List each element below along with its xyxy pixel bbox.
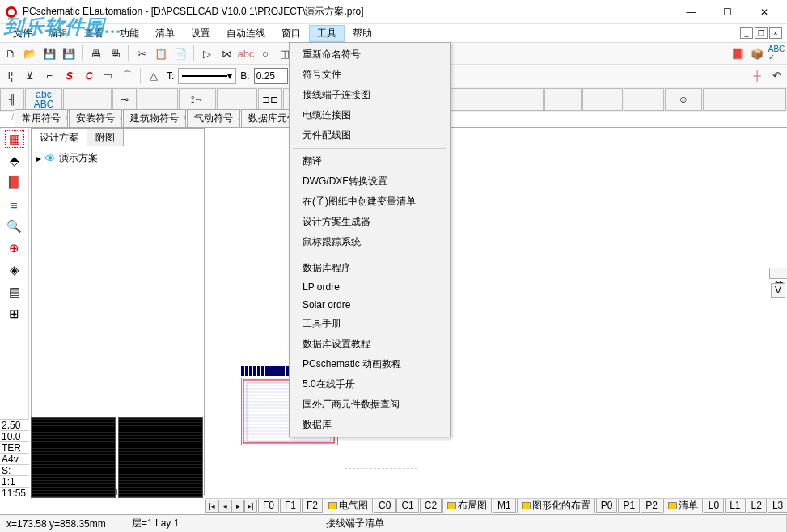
prop-cell-fill[interactable] (703, 88, 786, 111)
prop-cell-14[interactable] (624, 88, 664, 111)
package-icon[interactable]: 📦 (748, 44, 766, 62)
sheet-tab[interactable]: 图形化的布置 (517, 498, 595, 513)
menu-view[interactable]: 查看 (76, 25, 112, 42)
menu-file[interactable]: 文件 (5, 25, 40, 42)
menu-list[interactable]: 清单 (147, 25, 183, 42)
menu-terminal-connection[interactable]: 接线端子连接图 (291, 85, 448, 105)
prop-pin-icon[interactable]: ⊸ (112, 88, 137, 111)
sheet-tab[interactable]: L3 (768, 499, 787, 513)
maximize-button[interactable]: ☐ (709, 1, 746, 23)
right-tab-list[interactable]: 清单 (769, 268, 788, 279)
list-icon[interactable]: ≡ (5, 196, 24, 213)
paste-icon[interactable]: 📄 (171, 44, 189, 62)
new-icon[interactable]: 🗋 (2, 44, 19, 62)
sheet-tab[interactable]: 布局图 (442, 498, 492, 513)
save-icon[interactable]: 💾 (40, 44, 58, 62)
sheet-tab[interactable]: P1 (618, 499, 640, 513)
book2-icon[interactable]: 📕 (5, 174, 24, 192)
menu-window[interactable]: 窗口 (273, 25, 309, 42)
menu-foreign-data[interactable]: 国外厂商元件数据查阅 (291, 395, 448, 415)
tab-pneumatic[interactable]: 气动符号 (187, 109, 240, 127)
menu-mouse-tracking[interactable]: 鼠标跟踪系统 (291, 232, 448, 252)
sheet-nav-last[interactable]: ▸| (244, 500, 257, 513)
snap-icon[interactable]: ┼ (748, 67, 766, 85)
menu-online-handbook[interactable]: 5.0在线手册 (291, 374, 448, 395)
prop-face-icon[interactable]: ☺ (665, 88, 702, 111)
diamond-icon[interactable]: ◈ (5, 261, 24, 279)
sheet-tab[interactable]: P2 (641, 499, 662, 513)
sheet-nav-prev[interactable]: ◂ (218, 500, 231, 513)
sheet-tab[interactable]: L0 (704, 499, 724, 513)
menu-db-setup-tutorial[interactable]: 数据库设置教程 (291, 334, 448, 354)
prop-cell-7[interactable] (217, 88, 257, 111)
right-collapse-button[interactable]: V (771, 283, 785, 298)
menu-function[interactable]: 功能 (112, 25, 147, 42)
menu-tool-handbook[interactable]: 工具手册 (291, 314, 448, 334)
minimize-button[interactable]: — (673, 1, 709, 23)
menu-settings[interactable]: 设置 (183, 25, 218, 42)
sheet-nav-first[interactable]: |◂ (205, 500, 218, 513)
select-icon[interactable]: ▷ (198, 44, 216, 62)
menu-db-program[interactable]: 数据库程序 (291, 258, 448, 278)
mdi-restore[interactable]: ❐ (755, 27, 768, 39)
menu-symbol-file[interactable]: 符号文件 (291, 65, 448, 85)
menu-rename-symbol[interactable]: 重新命名符号 (291, 44, 448, 65)
tab-install[interactable]: 安装符号 (69, 109, 122, 127)
copy-icon[interactable]: 📋 (152, 44, 170, 62)
menu-cable-connection[interactable]: 电缆连接图 (291, 105, 448, 125)
text-icon[interactable]: abc (237, 44, 255, 62)
prop-handle[interactable]: ╢ (0, 88, 24, 111)
menu-tools[interactable]: 工具 (309, 25, 345, 42)
line-type-2-icon[interactable]: ⊻ (21, 67, 39, 85)
tab-common[interactable]: 常用符号 (15, 109, 68, 127)
line-type-5-icon[interactable]: 𝘾 (79, 67, 97, 85)
sheet-tab[interactable]: L1 (725, 499, 745, 513)
rect-icon[interactable]: ▭ (99, 67, 116, 85)
mdi-close[interactable]: × (769, 27, 782, 39)
triangle-icon[interactable]: △ (145, 67, 163, 85)
line-type-3-icon[interactable]: ⌐ (40, 67, 58, 85)
menu-solar-ordre[interactable]: Solar ordre (291, 296, 448, 314)
menu-project-generator[interactable]: 设计方案生成器 (291, 212, 448, 232)
close-button[interactable]: ✕ (746, 1, 782, 23)
grid-icon[interactable]: ▦ (5, 130, 24, 148)
prop-arrow-icon[interactable]: ⟟↔ (179, 88, 216, 111)
save-all-icon[interactable]: 💾 (60, 44, 78, 62)
menu-edit[interactable]: 编辑 (40, 25, 76, 42)
prop-cell-5[interactable] (138, 88, 178, 111)
print-icon[interactable]: 🖶 (87, 44, 104, 62)
table-icon[interactable]: ⊞ (5, 305, 24, 323)
tab-building[interactable]: 建筑物符号 (123, 109, 186, 127)
sheet-tab[interactable]: 电气图 (324, 498, 373, 513)
undo-icon[interactable]: ↶ (768, 67, 785, 85)
open-icon[interactable]: 📂 (21, 44, 39, 62)
prop-cell-12[interactable] (544, 88, 582, 111)
sheet-tab[interactable]: C0 (374, 499, 396, 513)
preview-2[interactable] (118, 417, 203, 498)
search-icon[interactable]: 🔍 (5, 217, 24, 235)
sheet-tab[interactable]: M1 (493, 499, 516, 513)
sheet-tab[interactable]: P0 (596, 499, 618, 513)
expand-icon[interactable]: ▸ (36, 153, 41, 164)
menu-create-vars[interactable]: 在(子)图纸中创建变量清单 (291, 192, 448, 212)
print-preview-icon[interactable]: 🖶 (106, 44, 124, 62)
menu-lp-ordre[interactable]: LP ordre (291, 278, 448, 296)
crosshair-icon[interactable]: ⊕ (5, 239, 24, 257)
sheet-tab[interactable]: L2 (747, 499, 767, 513)
prop-abc[interactable]: abc ABC (25, 88, 62, 111)
circle-icon[interactable]: ○ (256, 44, 274, 62)
symbol-icon[interactable]: ⋈ (218, 44, 235, 62)
menu-animation-tutorial[interactable]: PCschematic 动画教程 (291, 354, 448, 374)
sheet-nav-next[interactable]: ▸ (231, 500, 244, 513)
menu-component-wiring[interactable]: 元件配线图 (291, 125, 448, 146)
line-type-1-icon[interactable]: I¦ (2, 67, 19, 85)
sheet-tab[interactable]: F2 (302, 499, 323, 513)
mdi-minimize[interactable]: _ (740, 27, 753, 39)
b-input[interactable] (254, 68, 288, 84)
menu-dwg-dxf[interactable]: DWG/DXF转换设置 (291, 171, 448, 192)
sheet-tab[interactable]: F1 (280, 499, 301, 513)
arc-icon[interactable]: ⌒ (118, 67, 136, 85)
line-type-4-icon[interactable]: 𝙎 (60, 67, 78, 85)
tree-node-root[interactable]: ▸ 👁 演示方案 (36, 151, 199, 165)
prop-comp-icon[interactable]: ⊐⊏ (258, 88, 282, 111)
